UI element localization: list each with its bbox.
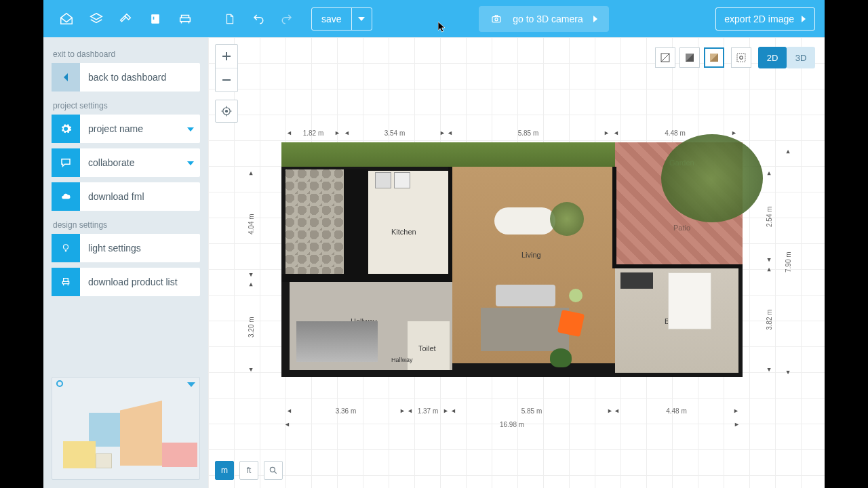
save-label[interactable]: save — [312, 14, 351, 24]
dim-top-1: 3.54 m — [350, 129, 439, 137]
svg-rect-0 — [151, 14, 159, 23]
chat-icon — [52, 148, 80, 177]
dim-bottom-total: 16.98 m — [290, 421, 734, 428]
dim-top-0: 1.82 m — [292, 129, 334, 137]
furniture-icon[interactable] — [175, 9, 195, 29]
svg-point-11 — [740, 56, 743, 60]
hammer-icon[interactable] — [115, 9, 136, 29]
dim-bottom-1: 1.37 m — [413, 407, 443, 415]
view-settings-button[interactable] — [731, 47, 751, 68]
view-wireframe-button[interactable] — [655, 47, 675, 68]
save-button[interactable]: save — [311, 7, 372, 30]
floor-plan[interactable]: Kitchen Living Garden Patio Hallway Hall… — [281, 142, 743, 377]
camera-icon — [490, 14, 503, 24]
dim-bottom-0: 3.36 m — [292, 407, 399, 415]
project-section-label: project settings — [53, 101, 200, 110]
back-label: back to dashboard — [80, 72, 200, 83]
light-settings-label: light settings — [80, 243, 200, 253]
dim-bottom-3: 4.48 m — [620, 407, 733, 415]
zoom-in-button[interactable] — [216, 45, 237, 68]
view-2d-button[interactable]: 2D — [758, 47, 787, 68]
minimap-marker-icon — [56, 380, 63, 387]
chevron-down-icon — [181, 157, 200, 169]
zoom-tool-button[interactable] — [264, 461, 283, 480]
zoom-out-button[interactable] — [216, 68, 237, 92]
canvas[interactable]: 2D 3D ◄1.82 m► ◄3.54 m► ◄5.85 m► ◄4.48 m… — [208, 37, 825, 488]
dim-left-0: 4.04 m — [248, 177, 255, 272]
dim-bottom-2: 5.85 m — [456, 407, 607, 415]
light-settings-item[interactable]: light settings — [52, 234, 200, 262]
project-name-label: project name — [80, 123, 181, 134]
svg-rect-12 — [737, 54, 745, 62]
save-dropdown[interactable] — [351, 8, 372, 30]
back-to-dashboard[interactable]: back to dashboard — [52, 63, 200, 92]
room-kitchen: Kitchen — [391, 228, 416, 236]
room-hallway2: Hallway — [391, 357, 413, 363]
undo-icon[interactable] — [246, 7, 271, 31]
chevron-down-icon — [181, 123, 200, 135]
svg-point-13 — [270, 467, 275, 472]
goto-3d-label: go to 3D camera — [513, 14, 583, 24]
gear-icon — [52, 115, 80, 143]
unit-ft-button[interactable]: ft — [239, 461, 258, 480]
svg-point-3 — [495, 18, 498, 20]
redo-icon[interactable] — [275, 7, 299, 31]
minimap-shapes — [63, 401, 199, 475]
dim-right-total: 7.90 m — [785, 155, 792, 369]
cloud-download-icon — [52, 182, 80, 211]
svg-point-4 — [64, 245, 68, 249]
svg-point-6 — [226, 110, 228, 113]
svg-rect-1 — [153, 16, 155, 19]
export-2d-button[interactable]: export 2D image — [715, 7, 815, 30]
view-textured-button[interactable] — [704, 47, 724, 68]
export-label: export 2D image — [724, 14, 794, 24]
chevron-right-icon — [801, 16, 806, 22]
chevron-left-icon — [52, 63, 80, 92]
project-name-item[interactable]: project name — [52, 115, 200, 143]
room-toilet: Toilet — [418, 344, 436, 352]
view-3d-button[interactable]: 3D — [787, 47, 815, 68]
design-section-label: design settings — [53, 220, 200, 230]
lightbulb-icon — [52, 234, 80, 262]
layers-icon[interactable] — [86, 9, 106, 29]
note-icon[interactable] — [145, 9, 165, 29]
goto-3d-button[interactable]: go to 3D camera — [479, 6, 609, 32]
room-patio: Patio — [673, 224, 690, 232]
chair-icon — [52, 268, 80, 296]
dim-left-1: 3.20 m — [248, 288, 255, 367]
svg-rect-2 — [492, 16, 500, 22]
collaborate-item[interactable]: collaborate — [52, 148, 200, 177]
collaborate-label: collaborate — [80, 157, 181, 168]
chevron-right-icon — [593, 16, 598, 22]
zoom-group — [215, 44, 238, 92]
new-file-icon[interactable] — [218, 7, 242, 31]
dim-top-2: 5.85 m — [453, 129, 604, 137]
view-solid-button[interactable] — [679, 47, 700, 68]
download-products-item[interactable]: download product list — [52, 268, 200, 296]
dim-right-1: 3.82 m — [766, 273, 773, 367]
svg-line-8 — [661, 54, 669, 62]
download-products-label: download product list — [80, 277, 200, 287]
dim-right-0: 2.54 m — [766, 177, 773, 257]
download-fml-label: download fml — [80, 191, 200, 202]
minimap[interactable] — [52, 377, 200, 480]
unit-m-button[interactable]: m — [215, 461, 234, 480]
build-icon[interactable] — [56, 9, 77, 29]
chevron-down-icon[interactable] — [187, 379, 195, 390]
recenter-button[interactable] — [215, 100, 238, 123]
download-fml-item[interactable]: download fml — [52, 182, 200, 211]
room-living: Living — [521, 251, 541, 259]
exit-section-label: exit to dashboard — [53, 49, 200, 59]
